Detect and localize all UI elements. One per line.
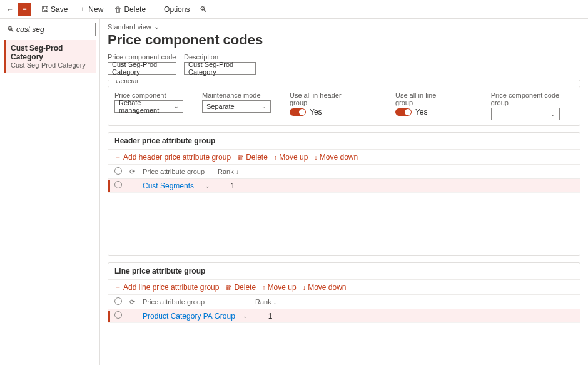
component-select[interactable]: Rebate management⌄ bbox=[114, 100, 183, 113]
code-value: Cust Seg-Prod Category bbox=[112, 61, 172, 76]
maint-label: Maintenance mode bbox=[202, 91, 271, 99]
movedown-header-label: Move down bbox=[320, 153, 358, 162]
maint-select[interactable]: Separate⌄ bbox=[202, 100, 271, 113]
arrow-down-icon: ↓ bbox=[303, 284, 307, 291]
save-label: Save bbox=[51, 5, 68, 14]
filter-box[interactable]: 🔍︎ bbox=[4, 23, 96, 36]
save-button[interactable]: 🖫Save bbox=[36, 3, 73, 16]
add-header-group-button[interactable]: ＋Add header price attribute group bbox=[114, 152, 231, 162]
maint-value: Separate bbox=[206, 103, 235, 110]
main: Standard view ⌄ Price component codes Pr… bbox=[100, 19, 588, 365]
code-label: Price component code bbox=[108, 53, 176, 61]
desc-value: Cust Seg-Prod Category bbox=[188, 61, 251, 76]
plus-icon: ＋ bbox=[79, 4, 86, 14]
options-label: Options bbox=[164, 5, 190, 14]
pag-value[interactable]: Product Category PA Group bbox=[143, 312, 235, 321]
select-all-radio[interactable] bbox=[114, 167, 122, 175]
delete-header-group-label: Delete bbox=[246, 153, 268, 162]
delete-label: Delete bbox=[124, 5, 146, 14]
back-icon[interactable]: ← bbox=[4, 3, 16, 16]
col-pag[interactable]: Price attribute group bbox=[143, 168, 205, 175]
trash-icon: 🗑 bbox=[225, 284, 232, 291]
component-label: Price component bbox=[114, 91, 183, 99]
row-marker bbox=[108, 311, 110, 322]
line-toggle-label: Use all in line group bbox=[395, 91, 452, 106]
component-value: Rebate management bbox=[119, 99, 174, 114]
hamburger-icon[interactable]: ≡ bbox=[18, 3, 31, 16]
row-radio[interactable] bbox=[114, 181, 122, 188]
col-rank[interactable]: Rank bbox=[255, 298, 271, 306]
hdr-toggle[interactable] bbox=[290, 108, 306, 116]
add-line-group-button[interactable]: ＋Add line price attribute group bbox=[114, 282, 219, 292]
sidebar: 🔍︎ Cust Seg-Prod Category Cust Seg-Prod … bbox=[0, 19, 100, 365]
arrow-up-icon: ↑ bbox=[262, 284, 266, 291]
sidebar-item-selected[interactable]: Cust Seg-Prod Category Cust Seg-Prod Cat… bbox=[4, 40, 96, 73]
arrow-up-icon: ↑ bbox=[274, 153, 278, 161]
movedown-line-label: Move down bbox=[308, 283, 346, 292]
page-title: Price component codes bbox=[108, 32, 580, 48]
row-radio[interactable] bbox=[114, 311, 122, 319]
general-label: General bbox=[116, 80, 138, 85]
delete-line-group-label: Delete bbox=[234, 283, 256, 292]
moveup-line-button[interactable]: ↑Move up bbox=[262, 283, 297, 292]
arrow-down-icon: ↓ bbox=[314, 153, 318, 161]
sidebar-item-title: Cust Seg-Prod Category bbox=[11, 44, 91, 61]
delete-header-group-button[interactable]: 🗑Delete bbox=[237, 153, 268, 162]
chevron-down-icon[interactable]: ⌄ bbox=[205, 183, 210, 189]
movedown-line-button[interactable]: ↓Move down bbox=[303, 283, 347, 292]
sidebar-item-subtitle: Cust Seg-Prod Category bbox=[11, 61, 91, 69]
chevron-down-icon: ⌄ bbox=[174, 103, 179, 110]
refresh-icon[interactable]: ⟳ bbox=[129, 168, 135, 175]
hdr-toggle-label: Use all in header group bbox=[290, 91, 357, 106]
table-row[interactable]: Cust Segments⌄ 1 bbox=[108, 179, 580, 193]
chevron-down-icon: ⌄ bbox=[154, 23, 160, 31]
sort-down-icon: ↓ bbox=[273, 299, 276, 306]
view-label: Standard view bbox=[108, 23, 151, 31]
line-toggle-value: Yes bbox=[415, 108, 428, 116]
code-input[interactable]: Cust Seg-Prod Category bbox=[108, 62, 176, 75]
header-group-heading: Header price attribute group bbox=[108, 133, 580, 150]
moveup-header-button[interactable]: ↑Move up bbox=[274, 153, 308, 162]
rank-value: 1 bbox=[231, 182, 235, 190]
row-marker bbox=[108, 180, 110, 192]
filter-input[interactable] bbox=[16, 25, 93, 34]
add-header-group-label: Add header price attribute group bbox=[123, 153, 231, 162]
filter-icon: 🔍︎ bbox=[7, 25, 14, 34]
delete-button[interactable]: 🗑Delete bbox=[109, 3, 151, 16]
top-bar: ← ≡ 🖫Save ＋New 🗑Delete Options 🔍︎ bbox=[0, 0, 588, 19]
add-line-group-label: Add line price attribute group bbox=[123, 283, 219, 292]
table-row[interactable]: Product Category PA Group⌄ 1 bbox=[108, 309, 580, 323]
line-toggle[interactable] bbox=[395, 108, 412, 116]
new-button[interactable]: ＋New bbox=[74, 1, 108, 17]
hdr-toggle-value: Yes bbox=[310, 108, 322, 116]
trash-icon: 🗑 bbox=[237, 153, 244, 161]
options-button[interactable]: Options bbox=[159, 3, 195, 16]
chevron-down-icon: ⌄ bbox=[550, 111, 555, 117]
new-label: New bbox=[88, 5, 103, 14]
search-icon[interactable]: 🔍︎ bbox=[196, 3, 211, 16]
select-all-radio[interactable] bbox=[114, 297, 122, 305]
rank-value: 1 bbox=[268, 312, 273, 321]
view-selector[interactable]: Standard view ⌄ bbox=[108, 23, 580, 31]
moveup-header-label: Move up bbox=[279, 153, 308, 162]
refresh-icon[interactable]: ⟳ bbox=[129, 298, 135, 306]
separator bbox=[155, 4, 155, 15]
desc-label: Description bbox=[184, 53, 256, 61]
col-pag[interactable]: Price attribute group bbox=[143, 298, 205, 306]
moveup-line-label: Move up bbox=[268, 283, 297, 292]
pag-value[interactable]: Cust Segments bbox=[143, 182, 194, 190]
floppy-icon: 🖫 bbox=[41, 5, 49, 14]
group-select[interactable]: ⌄ bbox=[491, 108, 560, 120]
col-rank[interactable]: Rank bbox=[218, 168, 234, 175]
delete-line-group-button[interactable]: 🗑Delete bbox=[225, 283, 256, 292]
line-group-heading: Line price attribute group bbox=[108, 263, 580, 280]
group-label: Price component code group bbox=[491, 91, 574, 106]
chevron-down-icon[interactable]: ⌄ bbox=[243, 313, 248, 319]
trash-icon: 🗑 bbox=[114, 5, 122, 14]
movedown-header-button[interactable]: ↓Move down bbox=[314, 153, 358, 162]
chevron-down-icon: ⌄ bbox=[261, 103, 266, 110]
plus-icon: ＋ bbox=[114, 282, 121, 292]
desc-input[interactable]: Cust Seg-Prod Category bbox=[184, 62, 256, 75]
plus-icon: ＋ bbox=[114, 152, 121, 162]
sort-down-icon: ↓ bbox=[236, 168, 239, 175]
